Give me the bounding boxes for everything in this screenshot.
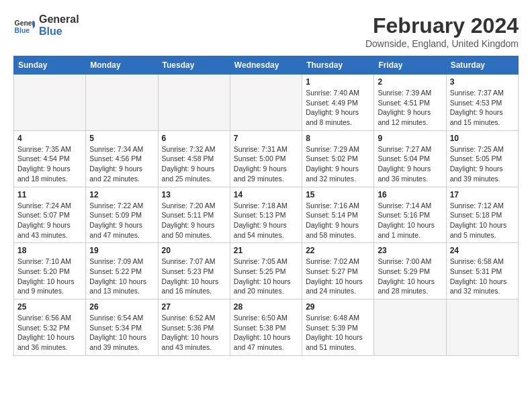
logo-general: General [39, 13, 79, 26]
day-info: Sunrise: 7:24 AM Sunset: 5:07 PM Dayligh… [17, 201, 82, 240]
month-year-title: February 2024 [365, 13, 519, 38]
calendar-day-cell: 1Sunrise: 7:40 AM Sunset: 4:49 PM Daylig… [302, 75, 374, 131]
day-number: 15 [306, 190, 370, 199]
calendar-table: SundayMondayTuesdayWednesdayThursdayFrid… [13, 56, 519, 356]
day-info: Sunrise: 7:14 AM Sunset: 5:16 PM Dayligh… [378, 201, 442, 240]
day-number: 6 [162, 134, 226, 143]
calendar-day-cell: 18Sunrise: 7:10 AM Sunset: 5:20 PM Dayli… [14, 243, 86, 300]
day-info: Sunrise: 7:25 AM Sunset: 5:05 PM Dayligh… [450, 144, 515, 184]
day-info: Sunrise: 7:32 AM Sunset: 4:58 PM Dayligh… [162, 144, 226, 184]
day-info: Sunrise: 7:34 AM Sunset: 4:56 PM Dayligh… [89, 144, 154, 184]
logo: General Blue General Blue [13, 13, 79, 37]
calendar-day-cell [230, 75, 302, 131]
calendar-day-cell: 5Sunrise: 7:34 AM Sunset: 4:56 PM Daylig… [86, 130, 158, 187]
calendar-week-row: 1Sunrise: 7:40 AM Sunset: 4:49 PM Daylig… [14, 75, 519, 131]
calendar-day-cell: 25Sunrise: 6:56 AM Sunset: 5:32 PM Dayli… [14, 300, 86, 356]
day-number: 16 [378, 190, 442, 199]
day-number: 28 [234, 302, 298, 312]
calendar-day-cell: 7Sunrise: 7:31 AM Sunset: 5:00 PM Daylig… [230, 130, 302, 187]
day-info: Sunrise: 7:09 AM Sunset: 5:22 PM Dayligh… [89, 257, 154, 296]
day-info: Sunrise: 7:35 AM Sunset: 4:54 PM Dayligh… [17, 144, 82, 184]
day-number: 3 [450, 77, 515, 87]
day-info: Sunrise: 6:50 AM Sunset: 5:38 PM Dayligh… [234, 313, 298, 353]
day-number: 24 [450, 246, 515, 255]
day-number: 27 [162, 302, 226, 312]
svg-text:Blue: Blue [15, 27, 30, 34]
day-number: 19 [89, 246, 154, 255]
day-of-week-header: Friday [374, 56, 446, 75]
calendar-header-row: SundayMondayTuesdayWednesdayThursdayFrid… [14, 56, 519, 75]
day-number: 1 [306, 77, 370, 87]
day-number: 10 [450, 134, 515, 143]
calendar-day-cell: 2Sunrise: 7:39 AM Sunset: 4:51 PM Daylig… [374, 75, 446, 131]
title-block: February 2024 Downside, England, United … [365, 13, 519, 49]
day-info: Sunrise: 7:07 AM Sunset: 5:23 PM Dayligh… [162, 257, 226, 296]
calendar-week-row: 11Sunrise: 7:24 AM Sunset: 5:07 PM Dayli… [14, 187, 519, 243]
day-number: 20 [162, 246, 226, 255]
calendar-day-cell: 15Sunrise: 7:16 AM Sunset: 5:14 PM Dayli… [302, 187, 374, 243]
day-number: 26 [89, 302, 154, 312]
calendar-week-row: 25Sunrise: 6:56 AM Sunset: 5:32 PM Dayli… [14, 300, 519, 356]
logo-blue: Blue [39, 26, 79, 38]
calendar-day-cell [374, 300, 446, 356]
day-info: Sunrise: 7:31 AM Sunset: 5:00 PM Dayligh… [234, 144, 298, 184]
calendar-day-cell: 21Sunrise: 7:05 AM Sunset: 5:25 PM Dayli… [230, 243, 302, 300]
day-info: Sunrise: 7:20 AM Sunset: 5:11 PM Dayligh… [162, 201, 226, 240]
day-number: 22 [306, 246, 370, 255]
location-subtitle: Downside, England, United Kingdom [365, 38, 519, 49]
calendar-day-cell: 17Sunrise: 7:12 AM Sunset: 5:18 PM Dayli… [446, 187, 518, 243]
day-info: Sunrise: 6:48 AM Sunset: 5:39 PM Dayligh… [306, 313, 370, 353]
calendar-day-cell: 4Sunrise: 7:35 AM Sunset: 4:54 PM Daylig… [14, 130, 86, 187]
calendar-day-cell: 16Sunrise: 7:14 AM Sunset: 5:16 PM Dayli… [374, 187, 446, 243]
day-number: 17 [450, 190, 515, 199]
calendar-day-cell [446, 300, 518, 356]
calendar-day-cell: 12Sunrise: 7:22 AM Sunset: 5:09 PM Dayli… [86, 187, 158, 243]
day-number: 9 [378, 134, 442, 143]
day-of-week-header: Tuesday [158, 56, 230, 75]
day-number: 11 [17, 190, 82, 199]
calendar-day-cell: 19Sunrise: 7:09 AM Sunset: 5:22 PM Dayli… [86, 243, 158, 300]
calendar-day-cell: 6Sunrise: 7:32 AM Sunset: 4:58 PM Daylig… [158, 130, 230, 187]
day-info: Sunrise: 7:10 AM Sunset: 5:20 PM Dayligh… [17, 257, 82, 296]
day-number: 23 [378, 246, 442, 255]
calendar-day-cell [14, 75, 86, 131]
calendar-day-cell: 29Sunrise: 6:48 AM Sunset: 5:39 PM Dayli… [302, 300, 374, 356]
day-info: Sunrise: 7:02 AM Sunset: 5:27 PM Dayligh… [306, 257, 370, 296]
day-number: 21 [234, 246, 298, 255]
day-info: Sunrise: 7:18 AM Sunset: 5:13 PM Dayligh… [234, 201, 298, 240]
day-info: Sunrise: 7:39 AM Sunset: 4:51 PM Dayligh… [378, 88, 442, 128]
calendar-day-cell: 10Sunrise: 7:25 AM Sunset: 5:05 PM Dayli… [446, 130, 518, 187]
calendar-week-row: 4Sunrise: 7:35 AM Sunset: 4:54 PM Daylig… [14, 130, 519, 187]
day-info: Sunrise: 6:54 AM Sunset: 5:34 PM Dayligh… [89, 313, 154, 353]
calendar-day-cell: 8Sunrise: 7:29 AM Sunset: 5:02 PM Daylig… [302, 130, 374, 187]
day-info: Sunrise: 6:58 AM Sunset: 5:31 PM Dayligh… [450, 257, 515, 296]
day-number: 4 [17, 134, 82, 143]
day-info: Sunrise: 7:22 AM Sunset: 5:09 PM Dayligh… [89, 201, 154, 240]
day-number: 14 [234, 190, 298, 199]
calendar-day-cell: 24Sunrise: 6:58 AM Sunset: 5:31 PM Dayli… [446, 243, 518, 300]
calendar-day-cell: 13Sunrise: 7:20 AM Sunset: 5:11 PM Dayli… [158, 187, 230, 243]
day-of-week-header: Saturday [446, 56, 518, 75]
logo-icon: General Blue [13, 15, 35, 36]
day-number: 5 [89, 134, 154, 143]
day-info: Sunrise: 7:00 AM Sunset: 5:29 PM Dayligh… [378, 257, 442, 296]
day-info: Sunrise: 7:16 AM Sunset: 5:14 PM Dayligh… [306, 201, 370, 240]
calendar-day-cell: 28Sunrise: 6:50 AM Sunset: 5:38 PM Dayli… [230, 300, 302, 356]
calendar-day-cell: 14Sunrise: 7:18 AM Sunset: 5:13 PM Dayli… [230, 187, 302, 243]
calendar-day-cell: 26Sunrise: 6:54 AM Sunset: 5:34 PM Dayli… [86, 300, 158, 356]
calendar-day-cell: 20Sunrise: 7:07 AM Sunset: 5:23 PM Dayli… [158, 243, 230, 300]
day-number: 12 [89, 190, 154, 199]
calendar-week-row: 18Sunrise: 7:10 AM Sunset: 5:20 PM Dayli… [14, 243, 519, 300]
day-info: Sunrise: 7:27 AM Sunset: 5:04 PM Dayligh… [378, 144, 442, 184]
day-number: 2 [378, 77, 442, 87]
day-of-week-header: Sunday [14, 56, 86, 75]
svg-text:General: General [15, 19, 35, 27]
calendar-day-cell [158, 75, 230, 131]
day-info: Sunrise: 7:29 AM Sunset: 5:02 PM Dayligh… [306, 144, 370, 184]
day-info: Sunrise: 7:40 AM Sunset: 4:49 PM Dayligh… [306, 88, 370, 128]
day-info: Sunrise: 6:56 AM Sunset: 5:32 PM Dayligh… [17, 313, 82, 353]
calendar-day-cell: 9Sunrise: 7:27 AM Sunset: 5:04 PM Daylig… [374, 130, 446, 187]
day-of-week-header: Thursday [302, 56, 374, 75]
day-info: Sunrise: 6:52 AM Sunset: 5:36 PM Dayligh… [162, 313, 226, 353]
day-of-week-header: Wednesday [230, 56, 302, 75]
